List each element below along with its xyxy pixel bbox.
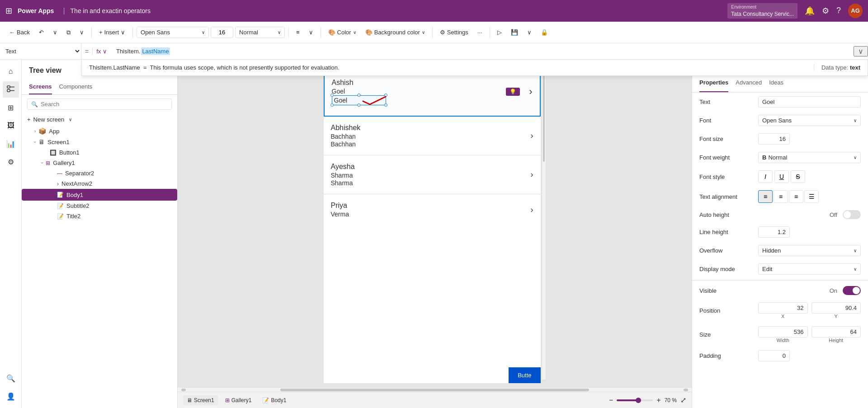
- tree-item-app[interactable]: › 📦 App: [22, 126, 177, 136]
- tree-item-subtitle2[interactable]: 📝 Subtitle2: [22, 201, 177, 211]
- toolbar-separator-3: [288, 27, 289, 38]
- text-align-justify-button[interactable]: ☰: [804, 190, 819, 203]
- canvas-hscroll-thumb[interactable]: [280, 389, 589, 391]
- help-icon[interactable]: ?: [836, 6, 841, 15]
- canvas-button[interactable]: Butte: [509, 367, 540, 383]
- sidebar-settings-button[interactable]: ⚙: [3, 154, 19, 170]
- avatar[interactable]: AG: [848, 4, 863, 18]
- font-family-prop-dropdown[interactable]: Open Sans ∨: [758, 115, 861, 126]
- search-input[interactable]: [41, 101, 168, 108]
- search-box: 🔍: [27, 98, 172, 110]
- fullscreen-button[interactable]: ⤢: [680, 396, 686, 404]
- settings-gear-icon[interactable]: ⚙: [822, 6, 829, 16]
- sidebar-analytics-button[interactable]: 📊: [3, 136, 19, 152]
- sidebar-home-button[interactable]: ⌂: [3, 63, 19, 80]
- gallery-item-2[interactable]: Abhishek Bachhan Bachhan ›: [324, 117, 541, 155]
- data-type-value: text: [850, 64, 860, 71]
- right-panel-tab-properties[interactable]: Properties: [699, 74, 728, 92]
- tree-item-nextarrow2[interactable]: › NextArrow2: [22, 178, 177, 189]
- prop-row-text: Text: [692, 93, 868, 111]
- gallery-item-4-arrow: ›: [531, 205, 533, 215]
- tree-item-screen1[interactable]: › 🖥 Screen1: [22, 136, 177, 147]
- sidebar-treeview-button[interactable]: [3, 81, 19, 98]
- font-weight-dropdown[interactable]: Normal ∨: [235, 27, 285, 38]
- publish-button[interactable]: 🔒: [537, 27, 552, 38]
- tree-item-separator2[interactable]: — Separator2: [22, 168, 177, 178]
- tree-tab-components[interactable]: Components: [59, 80, 93, 94]
- prop-input-height[interactable]: [811, 326, 861, 338]
- prop-input-position-y[interactable]: [811, 302, 861, 314]
- settings-button[interactable]: ⚙ Settings: [436, 27, 472, 38]
- zoom-minus-button[interactable]: −: [609, 396, 613, 404]
- canvas-vscroll[interactable]: [542, 67, 546, 380]
- new-screen-button[interactable]: + New screen ∨: [22, 113, 177, 126]
- tree-item-button1[interactable]: 🔲 Button1: [22, 147, 177, 158]
- prop-input-position-x[interactable]: [758, 302, 808, 314]
- prop-input-padding[interactable]: [758, 350, 790, 361]
- text-align-right-button[interactable]: ≡: [789, 190, 803, 203]
- visible-thumb: [853, 287, 860, 294]
- zoom-plus-button[interactable]: +: [656, 396, 660, 404]
- formula-property-select[interactable]: Text: [0, 43, 81, 59]
- font-weight-prop-dropdown[interactable]: B Normal ∨: [758, 152, 861, 163]
- visible-toggle[interactable]: [843, 286, 861, 295]
- align-dropdown-button[interactable]: ∨: [305, 27, 317, 38]
- right-panel-tab-ideas[interactable]: Ideas: [769, 74, 783, 92]
- grid-icon[interactable]: ⊞: [5, 6, 12, 16]
- bg-color-button[interactable]: 🎨 Background color ∨: [362, 27, 429, 38]
- overflow-prop-dropdown[interactable]: Hidden ∨: [758, 245, 861, 256]
- undo-dropdown-button[interactable]: ∨: [49, 27, 61, 38]
- prop-input-text[interactable]: [758, 96, 861, 108]
- undo-button[interactable]: ↶: [35, 27, 47, 38]
- right-panel-tab-advanced[interactable]: Advanced: [736, 74, 762, 92]
- auto-height-toggle[interactable]: [843, 210, 861, 219]
- canvas-scroll-area[interactable]: Ashish Goel Goel: [178, 60, 692, 387]
- insert-button[interactable]: + Insert ∨: [95, 27, 129, 38]
- font-size-input[interactable]: [211, 27, 233, 38]
- tree-tab-screens[interactable]: Screens: [29, 80, 52, 94]
- prop-row-position: Position X Y: [692, 299, 868, 323]
- text-align-left-button[interactable]: ≡: [758, 190, 773, 203]
- color-button[interactable]: 🎨 Color ∨: [325, 27, 360, 38]
- gallery-item-3[interactable]: Ayesha Sharma Sharma ›: [324, 155, 541, 194]
- sidebar-user-button[interactable]: 👤: [3, 388, 19, 404]
- save-dropdown-button[interactable]: ∨: [524, 27, 535, 38]
- environment-badge[interactable]: Environment Tata Consultancy Servic...: [727, 3, 797, 19]
- notification-icon[interactable]: 🔔: [805, 6, 815, 16]
- prop-label-overflow: Overflow: [699, 247, 758, 254]
- copy-dropdown-button[interactable]: ∨: [76, 27, 88, 38]
- back-button[interactable]: ← Back: [5, 27, 33, 38]
- bg-color-icon: 🎨: [365, 29, 373, 36]
- formula-input-area[interactable]: ThisItem. LastName: [111, 47, 854, 55]
- save-button[interactable]: 💾: [507, 27, 522, 38]
- formula-fx-button[interactable]: fx ∨: [93, 48, 111, 55]
- font-style-strikethrough-button[interactable]: S: [791, 170, 805, 183]
- bottom-tab-screen[interactable]: 🖥 Screen1: [183, 395, 218, 405]
- prop-input-font-size[interactable]: [758, 133, 790, 145]
- font-style-underline-button[interactable]: U: [774, 170, 789, 183]
- text-align-center-button[interactable]: ≡: [774, 190, 788, 203]
- prop-input-line-height[interactable]: [758, 226, 790, 238]
- gallery-item-4[interactable]: Priya Verma ›: [324, 194, 541, 225]
- sidebar-media-button[interactable]: 🖼: [3, 117, 19, 134]
- prop-input-width[interactable]: [758, 326, 808, 338]
- copy-button[interactable]: ⧉: [63, 27, 74, 38]
- formula-expand-button[interactable]: ∨: [854, 46, 868, 56]
- preview-button[interactable]: ▷: [494, 27, 505, 38]
- align-button[interactable]: ≡: [292, 27, 303, 38]
- app-canvas[interactable]: Ashish Goel Goel: [324, 67, 541, 383]
- prop-value-text-alignment: ≡ ≡ ≡ ☰: [758, 190, 861, 203]
- tree-item-title2[interactable]: 📝 Title2: [22, 211, 177, 221]
- font-family-dropdown[interactable]: Open Sans ∨: [137, 27, 209, 38]
- canvas-hscroll[interactable]: [178, 387, 692, 392]
- bottom-tab-body[interactable]: 📝 Body1: [259, 395, 290, 405]
- font-style-italic-button[interactable]: I: [758, 170, 773, 183]
- display-mode-prop-dropdown[interactable]: Edit ∨: [758, 263, 861, 275]
- more-button[interactable]: ···: [474, 27, 486, 38]
- sidebar-data-button[interactable]: ⊞: [3, 99, 19, 116]
- bottom-tab-gallery[interactable]: ⊞ Gallery1: [222, 395, 255, 405]
- tree-item-body1[interactable]: 📝 Body1 ···: [22, 189, 177, 201]
- zoom-slider[interactable]: [617, 399, 653, 401]
- tree-item-gallery1[interactable]: › ⊞ Gallery1: [22, 158, 177, 168]
- sidebar-search-button[interactable]: 🔍: [3, 370, 19, 386]
